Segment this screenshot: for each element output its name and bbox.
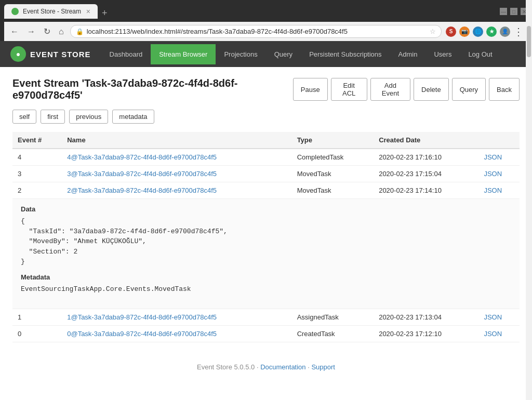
event-name-link[interactable]: 3@Task-3a7daba9-872c-4f4d-8d6f-e9700d78c… xyxy=(67,170,217,178)
action-btn-add-event[interactable]: Add Event xyxy=(370,78,410,101)
new-tab-button[interactable]: + xyxy=(98,8,112,19)
logo-icon: ● xyxy=(10,46,26,62)
event-json-link[interactable]: JSON xyxy=(484,330,502,338)
event-detail-container: Data{ "TaskId": "3a7daba9-872c-4f4d-8d6f… xyxy=(12,199,520,309)
nav-item-projections[interactable]: Projections xyxy=(216,44,265,64)
action-btn-back[interactable]: Back xyxy=(489,78,520,101)
scrollbar-thumb[interactable] xyxy=(527,26,531,57)
home-button[interactable]: ⌂ xyxy=(57,26,66,37)
event-name-link[interactable]: 2@Task-3a7daba9-872c-4f4d-8d6f-e9700d78c… xyxy=(67,186,217,194)
ext-icon-5: 👤 xyxy=(500,26,510,37)
nav-link-previous[interactable]: previous xyxy=(69,110,108,124)
event-id: 4 xyxy=(12,149,62,166)
maximize-button[interactable]: □ xyxy=(510,8,517,15)
event-json-link[interactable]: JSON xyxy=(484,186,502,194)
event-metadata-label: Metadata xyxy=(21,273,511,281)
tab-favicon xyxy=(11,8,19,15)
event-format[interactable]: JSON xyxy=(478,149,520,166)
table-row[interactable]: 11@Task-3a7daba9-872c-4f4d-8d6f-e9700d78… xyxy=(12,309,520,326)
url-text: localhost:2113/web/index.html#/streams/T… xyxy=(87,28,427,35)
stream-nav-links: selffirstpreviousmetadata xyxy=(12,110,520,124)
event-created: 2020-02-23 17:15:04 xyxy=(374,166,478,182)
event-type: MovedTask xyxy=(292,182,374,199)
reload-button[interactable]: ↻ xyxy=(42,25,52,37)
logo-text: EVENT STORE xyxy=(30,50,91,59)
event-created: 2020-02-23 17:12:10 xyxy=(374,326,478,342)
nav-link-self[interactable]: self xyxy=(12,110,36,124)
nav-link-metadata[interactable]: metadata xyxy=(112,110,154,124)
event-id: 0 xyxy=(12,326,62,342)
event-name-link[interactable]: 0@Task-3a7daba9-872c-4f4d-8d6f-e9700d78c… xyxy=(67,330,217,338)
expanded-event-detail: Data{ "TaskId": "3a7daba9-872c-4f4d-8d6f… xyxy=(12,199,520,309)
event-created: 2020-02-23 17:16:10 xyxy=(374,149,478,166)
action-btn-pause[interactable]: Pause xyxy=(293,78,328,101)
app-nav: ● EVENT STORE DashboardStream BrowserPro… xyxy=(0,41,532,67)
event-format[interactable]: JSON xyxy=(478,166,520,182)
event-name[interactable]: 0@Task-3a7daba9-872c-4f4d-8d6f-e9700d78c… xyxy=(62,326,291,342)
event-created: 2020-02-23 17:14:10 xyxy=(374,182,478,199)
events-table: Event #NameTypeCreated Date 44@Task-3a7d… xyxy=(12,132,520,342)
forward-button[interactable]: → xyxy=(25,26,37,37)
table-row[interactable]: 44@Task-3a7daba9-872c-4f4d-8d6f-e9700d78… xyxy=(12,149,520,166)
event-type: CompletedTask xyxy=(292,149,374,166)
lock-icon: 🔒 xyxy=(76,28,84,35)
active-tab: Event Store - Stream × xyxy=(4,4,98,19)
nav-items: DashboardStream BrowserProjectionsQueryP… xyxy=(101,44,522,64)
footer-doc-link[interactable]: Documentation xyxy=(260,363,305,371)
table-header: Event #NameTypeCreated Date xyxy=(12,132,520,149)
event-format[interactable]: JSON xyxy=(478,182,520,199)
action-btn-delete[interactable]: Delete xyxy=(414,78,449,101)
event-data-code: { "TaskId": "3a7daba9-872c-4f4d-8d6f-e97… xyxy=(21,216,511,267)
col-header- xyxy=(478,132,520,149)
event-name-link[interactable]: 1@Task-3a7daba9-872c-4f4d-8d6f-e9700d78c… xyxy=(67,313,217,321)
event-type: MovedTask xyxy=(292,166,374,182)
expanded-event-row: Data{ "TaskId": "3a7daba9-872c-4f4d-8d6f… xyxy=(12,199,520,309)
event-name[interactable]: 1@Task-3a7daba9-872c-4f4d-8d6f-e9700d78c… xyxy=(62,309,291,326)
event-name-link[interactable]: 4@Task-3a7daba9-872c-4f4d-8d6f-e9700d78c… xyxy=(67,153,217,161)
browser-menu-button[interactable]: ⋮ xyxy=(513,25,524,38)
nav-item-logout[interactable]: Log Out xyxy=(460,44,500,64)
nav-item-persistent-subscriptions[interactable]: Persistent Subscriptions xyxy=(301,44,390,64)
event-id: 3 xyxy=(12,166,62,182)
event-name[interactable]: 3@Task-3a7daba9-872c-4f4d-8d6f-e9700d78c… xyxy=(62,166,291,182)
ext-icon-3: 🌐 xyxy=(473,26,483,37)
table-row[interactable]: 33@Task-3a7daba9-872c-4f4d-8d6f-e9700d78… xyxy=(12,166,520,182)
event-json-link[interactable]: JSON xyxy=(484,153,502,161)
event-data-section: Data{ "TaskId": "3a7daba9-872c-4f4d-8d6f… xyxy=(21,205,511,267)
event-format[interactable]: JSON xyxy=(478,309,520,326)
table-row[interactable]: 00@Task-3a7daba9-872c-4f4d-8d6f-e9700d78… xyxy=(12,326,520,342)
footer-support-link[interactable]: Support xyxy=(311,363,335,371)
event-name[interactable]: 4@Task-3a7daba9-872c-4f4d-8d6f-e9700d78c… xyxy=(62,149,291,166)
nav-link-first[interactable]: first xyxy=(41,110,65,124)
nav-item-stream-browser[interactable]: Stream Browser xyxy=(151,44,216,64)
app-logo: ● EVENT STORE xyxy=(10,41,91,67)
back-button[interactable]: ← xyxy=(8,26,21,37)
col-header-type: Type xyxy=(292,132,374,149)
tab-close-btn[interactable]: × xyxy=(86,7,90,16)
event-format[interactable]: JSON xyxy=(478,326,520,342)
action-btn-query[interactable]: Query xyxy=(452,78,486,101)
tab-title: Event Store - Stream xyxy=(23,8,81,15)
event-type: AssignedTask xyxy=(292,309,374,326)
nav-item-query[interactable]: Query xyxy=(266,44,301,64)
address-bar[interactable]: 🔒 localhost:2113/web/index.html#/streams… xyxy=(70,25,442,38)
event-json-link[interactable]: JSON xyxy=(484,313,502,321)
minimize-button[interactable]: — xyxy=(500,8,507,15)
nav-item-users[interactable]: Users xyxy=(425,44,460,64)
bookmark-icon[interactable]: ☆ xyxy=(430,28,436,35)
browser-tabs: Event Store - Stream × + xyxy=(4,4,112,19)
nav-item-admin[interactable]: Admin xyxy=(390,44,426,64)
nav-item-dashboard[interactable]: Dashboard xyxy=(101,44,151,64)
col-header-created-date: Created Date xyxy=(374,132,478,149)
footer-version: Event Store 5.0.5.0 xyxy=(197,363,255,371)
event-id: 1 xyxy=(12,309,62,326)
action-btn-edit-acl[interactable]: Edit ACL xyxy=(331,78,367,101)
event-type: CreatedTask xyxy=(292,326,374,342)
event-name[interactable]: 2@Task-3a7daba9-872c-4f4d-8d6f-e9700d78c… xyxy=(62,182,291,199)
table-row[interactable]: 22@Task-3a7daba9-872c-4f4d-8d6f-e9700d78… xyxy=(12,182,520,199)
scrollbar[interactable] xyxy=(526,0,532,381)
event-metadata-section: MetadataEventSourcingTaskApp.Core.Events… xyxy=(21,273,511,295)
ext-icon-2: 📷 xyxy=(459,26,470,37)
stream-title: Event Stream 'Task-3a7daba9-872c-4f4d-8d… xyxy=(12,77,293,101)
event-json-link[interactable]: JSON xyxy=(484,170,502,178)
